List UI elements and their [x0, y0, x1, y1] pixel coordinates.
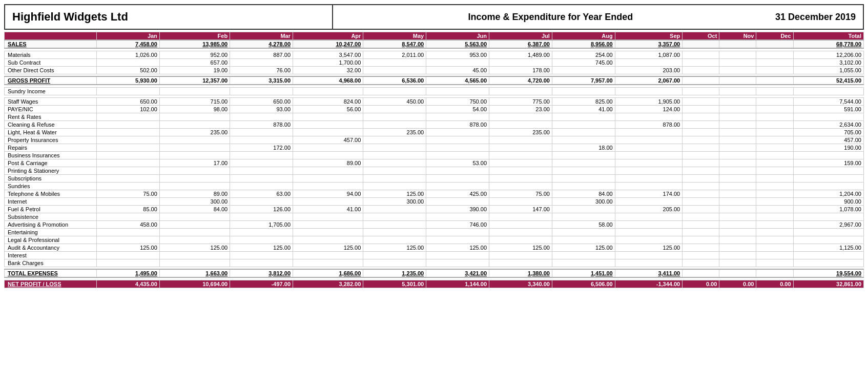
table-row: Materials1,026.00952.00887.003,547.002,0… [5, 51, 864, 58]
cell-value [615, 159, 683, 167]
table-row: Fuel & Petrol85.0084.00126.0041.00390.00… [5, 205, 864, 213]
cell-value [230, 113, 293, 120]
cell-value: 591.00 [793, 105, 863, 113]
cell-value [97, 120, 160, 128]
cell-value [293, 197, 363, 205]
cell-value: 102.00 [97, 105, 160, 113]
cell-value [426, 58, 489, 66]
cell-value [719, 97, 756, 105]
cell-value [615, 236, 683, 244]
cell-value: 10,694.00 [159, 280, 230, 288]
cell-value: 3,812.00 [230, 269, 293, 277]
cell-value [489, 151, 552, 159]
cell-value: 1,235.00 [363, 269, 426, 277]
table-row: Repairs172.0018.00190.00 [5, 144, 864, 151]
cell-value [756, 51, 793, 58]
table-row: Cleaning & Refuse878.00878.00878.002,634… [5, 120, 864, 128]
cell-value: 3,315.00 [230, 76, 293, 85]
cell-value: 1,489.00 [489, 51, 552, 58]
cell-value [683, 136, 719, 144]
cell-value [683, 174, 719, 182]
cell-value [552, 120, 615, 128]
cell-value: -1,344.00 [615, 280, 683, 288]
row-label: Sundry Income [5, 87, 97, 95]
cell-value: 3,547.00 [293, 51, 363, 58]
cell-value [293, 144, 363, 151]
cell-value [363, 136, 426, 144]
cell-value [793, 113, 863, 120]
cell-value [97, 128, 160, 136]
cell-value: 94.00 [293, 190, 363, 197]
cell-value [793, 236, 863, 244]
cell-value [756, 136, 793, 144]
cell-value [683, 190, 719, 197]
cell-value: 745.00 [552, 58, 615, 66]
cell-value: 32,861.00 [793, 280, 863, 288]
cell-value: 1,204.00 [793, 190, 863, 197]
cell-value [756, 197, 793, 205]
row-label: TOTAL EXPENSES [5, 269, 97, 277]
cell-value [97, 197, 160, 205]
row-label: PAYE/NIC [5, 105, 97, 113]
cell-value: 1,700.00 [293, 58, 363, 66]
report-date: 31 December 2019 [768, 7, 863, 28]
cell-value [489, 259, 552, 267]
cell-value [683, 220, 719, 228]
cell-value [719, 144, 756, 151]
cell-value: 3,411.00 [615, 269, 683, 277]
cell-value [719, 128, 756, 136]
cell-value: 235.00 [159, 128, 230, 136]
cell-value [719, 159, 756, 167]
cell-value [489, 120, 552, 128]
row-label: Printing & Stationery [5, 167, 97, 174]
cell-value [363, 120, 426, 128]
cell-value [489, 236, 552, 244]
row-label: Subsistence [5, 213, 97, 220]
cell-value: 8,547.00 [363, 40, 426, 48]
cell-value [756, 182, 793, 190]
cell-value [719, 190, 756, 197]
cell-value [230, 58, 293, 66]
col-oct: Oct [683, 32, 719, 41]
row-label: Cleaning & Refuse [5, 120, 97, 128]
row-label: Advertising & Promotion [5, 220, 97, 228]
cell-value [426, 167, 489, 174]
cell-value [426, 197, 489, 205]
cell-value [363, 58, 426, 66]
table-row: Staff Wages650.00715.00650.00824.00450.0… [5, 97, 864, 105]
cell-value [159, 251, 230, 259]
cell-value [97, 58, 160, 66]
cell-value: 0.00 [756, 280, 793, 288]
cell-value: 13,985.00 [159, 40, 230, 48]
cell-value [683, 113, 719, 120]
cell-value [489, 182, 552, 190]
row-label: Rent & Rates [5, 113, 97, 120]
cell-value [426, 113, 489, 120]
cell-value: 6,387.00 [489, 40, 552, 48]
cell-value: 3,102.00 [793, 58, 863, 66]
cell-value [489, 144, 552, 151]
cell-value [683, 76, 719, 85]
cell-value [683, 205, 719, 213]
cell-value [97, 159, 160, 167]
cell-value [97, 182, 160, 190]
cell-value [97, 251, 160, 259]
cell-value: 125.00 [159, 244, 230, 251]
cell-value: 254.00 [552, 51, 615, 58]
cell-value: 4,565.00 [426, 76, 489, 85]
cell-value: 203.00 [615, 66, 683, 74]
cell-value: 746.00 [426, 220, 489, 228]
cell-value: 2,067.00 [615, 76, 683, 85]
row-label: Sundries [5, 182, 97, 190]
cell-value: 457.00 [293, 136, 363, 144]
financial-table: Jan Feb Mar Apr May Jun Jul Aug Sep Oct … [4, 32, 864, 288]
cell-value [756, 151, 793, 159]
cell-value [615, 174, 683, 182]
table-row: Telephone & Mobiles75.0089.0063.0094.001… [5, 190, 864, 197]
cell-value: 18.00 [552, 144, 615, 151]
cell-value [363, 259, 426, 267]
cell-value [552, 167, 615, 174]
cell-value [97, 228, 160, 236]
table-row: NET PROFIT / LOSS4,435.0010,694.00-497.0… [5, 280, 864, 288]
row-label: Fuel & Petrol [5, 205, 97, 213]
